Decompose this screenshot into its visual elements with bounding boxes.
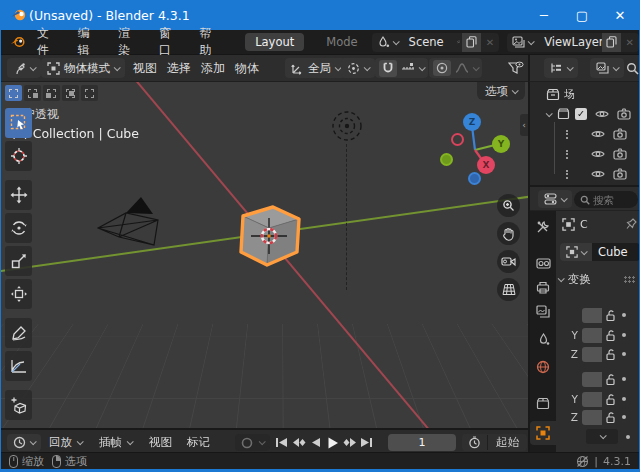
object-visibility-filter-icon[interactable] <box>508 61 524 76</box>
timeline-editor-dropdown[interactable] <box>7 434 41 451</box>
start-frame-field[interactable]: 起始 <box>487 435 527 450</box>
animate-dot[interactable] <box>622 397 626 401</box>
select-mode-intersect-button[interactable] <box>81 85 98 101</box>
outliner-filter-dropdown[interactable] <box>590 58 624 78</box>
collection-checkbox[interactable]: ✓ <box>575 108 587 120</box>
viewport-menu-add[interactable]: 添加 <box>201 55 225 82</box>
minimize-button[interactable]: ─ <box>525 0 563 30</box>
workspace-tab-layout[interactable]: Layout <box>245 33 304 51</box>
camera-object[interactable] <box>93 194 165 250</box>
hide-eye-icon[interactable] <box>595 109 609 119</box>
scene-name-field[interactable]: Scene <box>403 35 455 49</box>
gizmo-z-axis[interactable]: Z <box>463 113 481 131</box>
cube-object-selected[interactable] <box>229 202 309 282</box>
properties-search-field[interactable] <box>574 191 638 208</box>
menu-window[interactable]: 窗口 <box>150 30 191 54</box>
navigation-gizmo[interactable]: Z Y X <box>435 108 513 192</box>
transform-row-rotation-y[interactable]: Y <box>556 391 640 407</box>
tab-output[interactable] <box>530 275 556 299</box>
object-name-field[interactable]: Cube <box>592 243 640 261</box>
animate-dot[interactable] <box>622 377 626 381</box>
outliner-display-mode-dropdown[interactable] <box>544 58 578 78</box>
outliner-collection-row[interactable]: ✓ <box>530 104 640 124</box>
gizmo-x-neg[interactable] <box>451 133 464 146</box>
select-mode-set-button[interactable] <box>5 85 22 101</box>
tool-scale[interactable] <box>5 246 32 276</box>
tool-select-box[interactable] <box>5 108 32 138</box>
unlock-icon[interactable] <box>605 329 617 342</box>
tab-view-layer[interactable] <box>530 299 556 323</box>
animate-dot[interactable] <box>626 435 630 439</box>
mode-selector-dropdown[interactable]: 物体模式 <box>41 58 125 78</box>
animate-dot[interactable] <box>622 415 626 419</box>
unlock-icon[interactable] <box>605 348 617 361</box>
animate-dot[interactable] <box>622 313 626 317</box>
outliner-light-row[interactable] <box>530 164 640 184</box>
sidebar-toggle-arrow[interactable]: ‹ <box>520 114 528 136</box>
render-visibility-camera-icon[interactable] <box>613 168 627 180</box>
tab-render[interactable] <box>530 251 556 275</box>
viewlayer-name-field[interactable]: ViewLayer <box>538 35 601 49</box>
prev-keyframe-button[interactable] <box>290 434 307 451</box>
pivot-point-dropdown[interactable] <box>341 58 375 78</box>
proportional-edit-group[interactable] <box>429 58 482 78</box>
scene-new-button[interactable] <box>462 33 481 52</box>
tab-scene[interactable] <box>530 327 556 351</box>
animate-dot[interactable] <box>622 333 626 337</box>
tool-cursor[interactable] <box>5 141 32 171</box>
tool-rotate[interactable] <box>5 213 32 243</box>
jump-to-end-button[interactable] <box>358 434 375 451</box>
gizmo-y-neg[interactable] <box>440 153 453 166</box>
transform-orientation-dropdown[interactable]: 全局 <box>285 58 346 78</box>
tool-add-cube[interactable] <box>5 390 32 420</box>
search-input[interactable] <box>593 194 627 206</box>
scene-browse-button[interactable] <box>372 33 403 52</box>
search-icon[interactable] <box>626 62 639 75</box>
ortho-toggle-button[interactable] <box>497 278 520 301</box>
unlock-icon[interactable] <box>605 411 617 424</box>
play-button[interactable] <box>324 434 341 451</box>
scene-unlink-button[interactable]: ✕ <box>481 37 499 48</box>
proportional-toggle[interactable] <box>433 60 451 76</box>
properties-editor-dropdown[interactable] <box>538 190 572 208</box>
value-field[interactable] <box>582 410 602 425</box>
tool-measure[interactable] <box>5 351 32 381</box>
panel-grip-icon[interactable] <box>624 276 636 283</box>
object-id-dropdown[interactable] <box>560 243 592 261</box>
pin-icon[interactable] <box>457 36 460 48</box>
timeline-menu-markers[interactable]: 标记 <box>187 430 210 454</box>
blender-app-menu-icon[interactable] <box>10 35 26 49</box>
render-visibility-camera-icon[interactable] <box>617 108 631 120</box>
maximize-button[interactable]: ▢ <box>563 0 601 30</box>
value-field[interactable] <box>582 328 602 343</box>
select-mode-subtract-button[interactable] <box>43 85 60 101</box>
select-mode-extend-button[interactable] <box>24 85 41 101</box>
transform-row-location-x[interactable] <box>556 307 640 323</box>
network-offline-icon[interactable] <box>576 455 589 468</box>
menu-edit[interactable]: 编辑 <box>69 30 110 54</box>
jump-to-start-button[interactable] <box>273 434 290 451</box>
use-preview-range-button[interactable] <box>462 436 487 449</box>
value-field[interactable] <box>582 347 602 362</box>
render-visibility-camera-icon[interactable] <box>613 148 627 160</box>
menu-file[interactable]: 文件 <box>28 30 69 54</box>
viewport-3d[interactable]: 选项 用户透视 (1) Collection | Cube <box>1 82 528 428</box>
play-reverse-button[interactable] <box>307 434 324 451</box>
value-field[interactable] <box>582 392 602 407</box>
snap-toggle[interactable] <box>379 60 397 77</box>
pin-icon[interactable] <box>626 218 637 230</box>
gizmo-z-neg[interactable] <box>468 172 481 185</box>
timeline-menu-playback[interactable]: 回放 <box>49 430 82 454</box>
timeline-menu-keying[interactable]: 插帧 <box>99 430 132 454</box>
outliner-camera-row[interactable] <box>530 124 640 144</box>
viewport-menu-view[interactable]: 视图 <box>133 55 157 82</box>
viewport-options-dropdown[interactable]: 选项 <box>477 82 525 100</box>
rotation-mode-dropdown[interactable] <box>586 429 618 444</box>
camera-view-button[interactable] <box>497 250 520 273</box>
breadcrumb-object-name[interactable]: C <box>580 218 588 231</box>
outliner-scene-row[interactable]: 场 <box>530 84 640 104</box>
pan-view-button[interactable] <box>497 222 520 245</box>
viewlayer-remove-button[interactable]: ✕ <box>621 37 639 48</box>
snapping-group[interactable] <box>375 58 428 78</box>
menu-help[interactable]: 帮助 <box>191 30 232 54</box>
